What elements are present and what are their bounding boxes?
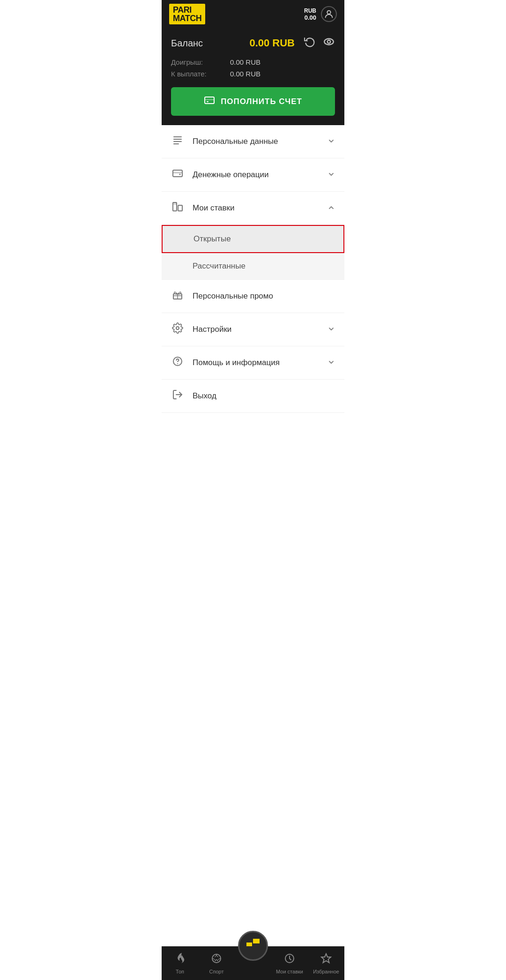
- menu-section: Персональные данные Денежные операции: [162, 125, 344, 450]
- svg-rect-8: [173, 141, 182, 142]
- svg-point-17: [176, 327, 179, 329]
- settings-label: Настройки: [193, 325, 231, 334]
- balance-main-row: Баланс 0.00 RUB: [171, 36, 335, 51]
- header-right: RUB 0.00: [304, 6, 337, 22]
- money-ops-chevron-down-icon: [327, 171, 335, 180]
- menu-item-help[interactable]: Помощь и информация: [162, 346, 344, 380]
- help-icon: [171, 356, 184, 370]
- svg-point-1: [324, 39, 334, 45]
- menu-item-help-left: Помощь и информация: [171, 356, 280, 370]
- svg-rect-11: [173, 172, 182, 173]
- menu-item-my-bets-left: Мои ставки: [171, 201, 235, 215]
- user-avatar[interactable]: [321, 6, 337, 22]
- list-icon: [171, 135, 184, 149]
- logo[interactable]: PARI MATCH: [169, 4, 205, 24]
- wallet-icon: [171, 168, 184, 182]
- gift-icon: [171, 289, 184, 303]
- svg-rect-7: [173, 139, 182, 140]
- eye-icon[interactable]: [323, 36, 335, 51]
- menu-item-my-bets[interactable]: Мои ставки: [162, 192, 344, 225]
- menu-item-settings-left: Настройки: [171, 322, 231, 337]
- logo-box: PARI MATCH: [169, 4, 205, 24]
- menu-item-promo-left: Персональные промо: [171, 289, 273, 303]
- money-ops-label: Денежные операции: [193, 170, 269, 180]
- deposit-label: ПОПОЛНИТЬ СЧЕТ: [221, 97, 302, 106]
- deposit-button[interactable]: ПОПОЛНИТЬ СЧЕТ: [171, 87, 335, 116]
- menu-item-money-ops-left: Денежные операции: [171, 168, 269, 182]
- menu-item-money-ops[interactable]: Денежные операции: [162, 158, 344, 192]
- calculated-label: Рассчитанные: [193, 262, 246, 270]
- doigrish-value: 0.00 RUB: [230, 58, 260, 66]
- app-header: PARI MATCH RUB 0.00: [162, 0, 344, 28]
- submenu-item-open[interactable]: Открытые: [162, 225, 344, 253]
- menu-item-settings[interactable]: Настройки: [162, 313, 344, 346]
- balance-icons: [304, 36, 335, 51]
- svg-point-2: [327, 40, 331, 44]
- k-vyplate-value: 0.00 RUB: [230, 70, 260, 78]
- doigrish-label: Доигрыш:: [171, 58, 223, 66]
- currency-label: RUB: [304, 7, 316, 14]
- gear-icon: [171, 322, 184, 337]
- menu-item-personal-data-left: Персональные данные: [171, 135, 278, 149]
- help-label: Помощь и информация: [193, 358, 280, 367]
- open-label: Открытые: [193, 234, 231, 243]
- deposit-icon: [204, 95, 215, 108]
- svg-rect-9: [173, 143, 179, 144]
- menu-item-personal-data[interactable]: Персональные данные: [162, 125, 344, 158]
- my-bets-label: Мои ставки: [193, 203, 235, 213]
- header-amount: 0.00: [305, 14, 316, 21]
- help-chevron-down-icon: [327, 359, 335, 367]
- doigrish-row: Доигрыш: 0.00 RUB: [171, 58, 335, 66]
- svg-rect-15: [173, 202, 177, 205]
- svg-rect-4: [205, 99, 214, 100]
- promo-label: Персональные промо: [193, 292, 273, 301]
- k-vyplate-row: К выплате: 0.00 RUB: [171, 70, 335, 78]
- svg-rect-6: [173, 136, 182, 137]
- bets-icon: [171, 201, 184, 215]
- svg-point-12: [179, 174, 181, 175]
- submenu-item-calculated[interactable]: Рассчитанные: [162, 253, 344, 280]
- balance-amount: 0.00 RUB: [249, 37, 295, 49]
- balance-label: Баланс: [171, 38, 203, 49]
- menu-item-promo[interactable]: Персональные промо: [162, 280, 344, 313]
- exit-icon: [171, 389, 184, 403]
- personal-data-label: Персональные данные: [193, 137, 278, 146]
- svg-rect-5: [207, 101, 208, 102]
- svg-rect-14: [178, 205, 182, 211]
- menu-item-logout[interactable]: Выход: [162, 380, 344, 413]
- k-vyplate-label: К выплате:: [171, 70, 223, 78]
- settings-chevron-down-icon: [327, 325, 335, 334]
- refresh-icon[interactable]: [304, 36, 315, 50]
- logo-text: PARI MATCH: [173, 6, 201, 22]
- header-balance: RUB 0.00: [304, 7, 316, 21]
- menu-item-logout-left: Выход: [171, 389, 216, 403]
- my-bets-chevron-up-icon: [327, 204, 335, 213]
- svg-point-19: [177, 363, 178, 364]
- svg-point-0: [327, 11, 330, 14]
- personal-data-chevron-down-icon: [327, 137, 335, 146]
- balance-section: Баланс 0.00 RUB Доигрыш:: [162, 28, 344, 125]
- logout-label: Выход: [193, 391, 216, 401]
